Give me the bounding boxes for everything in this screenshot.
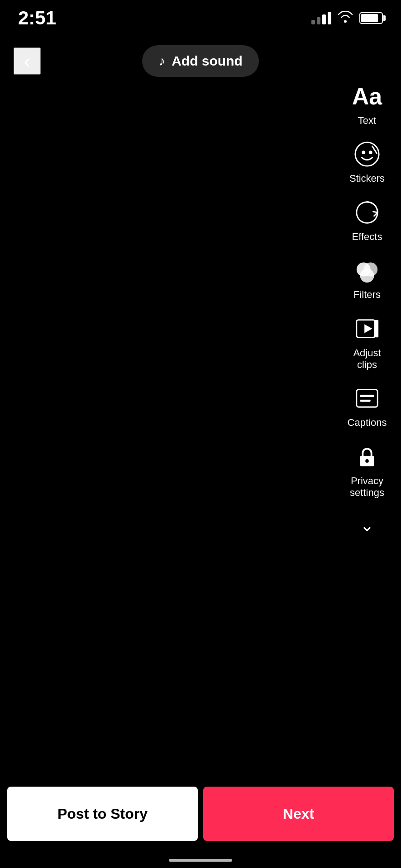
back-button[interactable]: ‹ bbox=[14, 47, 41, 75]
tool-adjust-clips[interactable]: Adjust clips bbox=[342, 309, 392, 376]
tool-stickers[interactable]: Stickers bbox=[342, 135, 392, 189]
text-icon: Aa bbox=[352, 81, 382, 111]
stickers-icon bbox=[352, 139, 382, 169]
tool-stickers-label: Stickers bbox=[349, 173, 385, 184]
back-chevron-icon: ‹ bbox=[24, 51, 31, 71]
svg-point-7 bbox=[360, 269, 374, 283]
privacy-settings-icon bbox=[352, 442, 382, 472]
tool-filters-label: Filters bbox=[353, 289, 381, 301]
tool-captions-label: Captions bbox=[348, 417, 387, 429]
right-toolbar: Aa Text Stickers Effects bbox=[342, 77, 392, 540]
bottom-bar: Post to Story Next bbox=[0, 787, 401, 841]
tool-effects[interactable]: Effects bbox=[342, 193, 392, 247]
tool-effects-label: Effects bbox=[352, 231, 382, 243]
wifi-icon bbox=[338, 11, 353, 26]
tool-privacy-settings[interactable]: Privacysettings bbox=[342, 437, 392, 504]
svg-rect-13 bbox=[360, 400, 371, 402]
effects-icon bbox=[352, 198, 382, 227]
tool-privacy-settings-label: Privacysettings bbox=[350, 475, 384, 499]
tool-adjust-clips-label: Adjust clips bbox=[345, 347, 389, 371]
svg-point-0 bbox=[355, 142, 379, 166]
svg-marker-9 bbox=[364, 324, 372, 333]
battery-icon bbox=[359, 12, 383, 24]
post-to-story-label: Post to Story bbox=[57, 806, 148, 822]
top-bar: ‹ ♪ Add sound bbox=[0, 36, 401, 86]
svg-rect-10 bbox=[375, 320, 378, 337]
tool-text[interactable]: Aa Text bbox=[342, 77, 392, 131]
svg-point-15 bbox=[365, 459, 369, 463]
svg-rect-12 bbox=[360, 395, 374, 397]
captions-icon bbox=[352, 383, 382, 413]
filters-icon bbox=[352, 255, 382, 285]
status-time: 2:51 bbox=[18, 7, 56, 29]
status-bar: 2:51 bbox=[0, 0, 401, 36]
add-sound-label: Add sound bbox=[172, 53, 243, 69]
add-sound-button[interactable]: ♪ Add sound bbox=[142, 45, 259, 77]
signal-icon bbox=[311, 12, 331, 24]
home-indicator bbox=[169, 859, 232, 862]
tool-filters[interactable]: Filters bbox=[342, 251, 392, 305]
next-label: Next bbox=[283, 806, 314, 822]
more-tools-button[interactable]: ⌄ bbox=[355, 511, 379, 540]
chevron-down-icon: ⌄ bbox=[360, 516, 374, 535]
adjust-clips-icon bbox=[352, 314, 382, 344]
svg-point-1 bbox=[362, 151, 365, 155]
post-to-story-button[interactable]: Post to Story bbox=[7, 787, 198, 841]
svg-point-2 bbox=[369, 151, 372, 155]
status-icons bbox=[311, 11, 383, 26]
next-button[interactable]: Next bbox=[203, 787, 394, 841]
svg-rect-11 bbox=[357, 390, 377, 407]
tool-captions[interactable]: Captions bbox=[342, 379, 392, 433]
tool-text-label: Text bbox=[358, 115, 376, 127]
music-note-icon: ♪ bbox=[158, 53, 165, 69]
